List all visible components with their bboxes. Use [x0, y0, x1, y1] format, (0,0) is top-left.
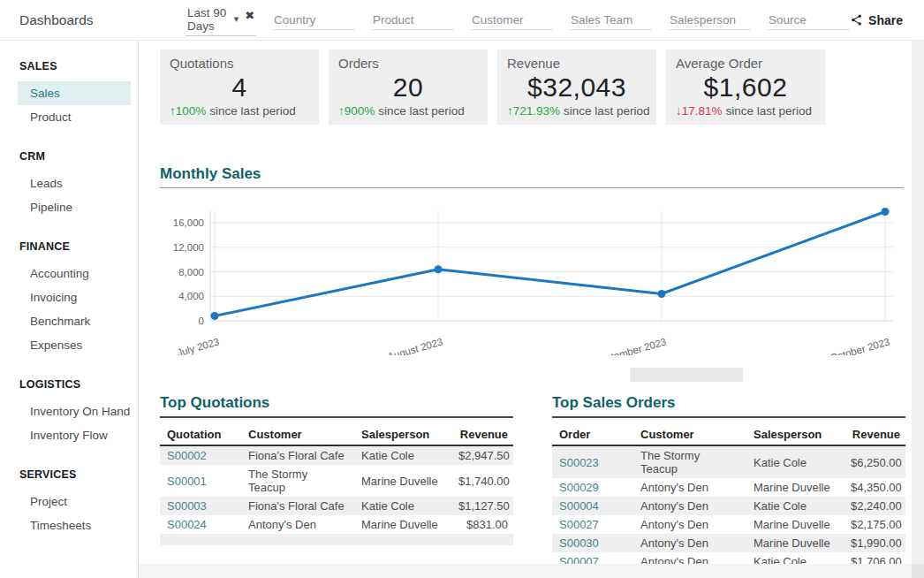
cell: $4,350.00: [844, 478, 905, 497]
kpi-delta-percent: 100%: [176, 104, 207, 118]
column-header-salesperson: Salesperson: [354, 425, 451, 445]
share-button[interactable]: Share: [850, 13, 903, 27]
kpi-delta-caption: since last period: [209, 104, 296, 118]
kpi-row: Quotations4↑100%since last periodOrders2…: [160, 49, 912, 125]
top-quotations-table: Top QuotationsQuotationCustomerSalespers…: [160, 394, 513, 571]
cell: Marine Duvelle: [746, 534, 844, 552]
column-header-revenue: Revenue: [451, 425, 513, 445]
sidebar-section-sales: SALESSalesProduct: [0, 57, 138, 129]
cell: Marine Duvelle: [746, 478, 844, 497]
sidebar-section-label: CRM: [19, 147, 131, 166]
kpi-delta-percent: 17.81%: [682, 104, 723, 118]
y-tick-label: 4,000: [178, 291, 204, 301]
monthly-sales-section: Monthly Sales 04,0008,00012,00016,000Jul…: [160, 165, 904, 382]
top-bar: Dashboards Last 90 Days ▾ ✖ Share: [0, 0, 924, 41]
table-row: S00004Antony's DenKatie Cole$2,240.00: [552, 497, 905, 515]
top-sales-orders-table: Top Sales OrdersOrderCustomerSalesperson…: [552, 394, 905, 571]
dashboard-content: Quotations4↑100%since last periodOrders2…: [139, 41, 912, 578]
sidebar-item-benchmark[interactable]: Benchmark: [18, 309, 131, 333]
period-filter[interactable]: Last 90 Days ▾ ✖: [186, 4, 256, 36]
filter-input-customer[interactable]: [470, 11, 553, 30]
sidebar-item-leads[interactable]: Leads: [18, 171, 131, 195]
cell: Antony's Den: [633, 478, 746, 497]
kpi-card-quotations: Quotations4↑100%since last period: [160, 49, 319, 125]
sidebar-section-finance: FINANCEAccountingInvoicingBenchmarkExpen…: [0, 237, 138, 357]
chevron-down-icon: ▾: [234, 13, 239, 25]
x-tick-label: July 2023: [176, 336, 221, 355]
record-link[interactable]: S00030: [552, 534, 633, 552]
arrow-up-icon: ↑: [507, 104, 513, 118]
cell: Marine Duvelle: [354, 465, 451, 497]
data-point: [882, 208, 890, 216]
record-link[interactable]: S00003: [160, 497, 241, 515]
cell: Katie Cole: [354, 445, 451, 465]
cell: $831.00: [451, 515, 513, 534]
sidebar-item-product[interactable]: Product: [18, 105, 131, 129]
chart-scrollbar-thumb[interactable]: [630, 368, 743, 382]
sidebar-item-inventory-on-hand[interactable]: Inventory On Hand: [18, 399, 131, 423]
filter-input-salesperson[interactable]: [668, 11, 751, 30]
x-tick-label: October 2023: [829, 336, 890, 355]
kpi-label: Revenue: [507, 56, 647, 71]
cell: $1,990.00: [844, 534, 905, 552]
clear-filter-icon[interactable]: ✖: [245, 9, 254, 22]
cell: $2,175.00: [844, 515, 905, 534]
sidebar-item-accounting[interactable]: Accounting: [18, 262, 131, 285]
sidebar-section-services: SERVICESProjectTimesheets: [0, 465, 138, 537]
cell: Antony's Den: [633, 534, 746, 552]
cell: Antony's Den: [241, 515, 354, 534]
kpi-delta: ↓17.81%since last period: [676, 104, 815, 118]
cell: Marine Duvelle: [354, 515, 451, 534]
arrow-up-icon: ↑: [170, 104, 176, 118]
record-link[interactable]: S00029: [552, 478, 633, 497]
cell: $6,250.00: [844, 445, 905, 478]
sidebar-item-expenses[interactable]: Expenses: [18, 333, 131, 357]
filter-input-product[interactable]: [371, 11, 454, 30]
record-link[interactable]: S00004: [552, 497, 633, 515]
vertical-scrollbar[interactable]: [912, 41, 924, 564]
kpi-delta-percent: 721.93%: [513, 104, 560, 118]
kpi-card-orders: Orders20↑900%since last period: [329, 49, 488, 125]
table-row: S00001The Stormy TeacupMarine Duvelle$1,…: [160, 465, 513, 497]
column-header-customer: Customer: [633, 425, 746, 445]
monthly-sales-title: Monthly Sales: [160, 165, 904, 188]
record-link[interactable]: S00024: [160, 515, 241, 534]
filter-bar: Last 90 Days ▾ ✖: [186, 4, 850, 36]
column-header-revenue: Revenue: [844, 425, 905, 445]
column-header-customer: Customer: [241, 425, 354, 445]
sidebar-section-label: FINANCE: [19, 237, 131, 256]
table-row: S00030Antony's DenMarine Duvelle$1,990.0…: [552, 534, 905, 552]
filter-input-country[interactable]: [272, 11, 355, 30]
table-row: S00003Fiona's Floral CafeKatie Cole$1,12…: [160, 497, 513, 515]
record-link[interactable]: S00027: [552, 515, 633, 534]
cell: Marine Duvelle: [746, 515, 844, 534]
monthly-sales-chart[interactable]: 04,0008,00012,00016,000July 2023August 2…: [160, 203, 904, 359]
record-link[interactable]: S00001: [160, 465, 241, 497]
period-filter-value: Last 90 Days: [187, 6, 230, 33]
cell: Fiona's Floral Cafe: [241, 445, 354, 465]
sidebar-item-project[interactable]: Project: [18, 490, 131, 513]
sidebar-item-sales[interactable]: Sales: [18, 81, 131, 105]
table-row: S00002Fiona's Floral CafeKatie Cole$2,94…: [160, 445, 513, 465]
kpi-delta-percent: 900%: [345, 104, 375, 118]
kpi-delta-caption: since last period: [564, 104, 650, 118]
kpi-delta-caption: since last period: [726, 104, 813, 118]
kpi-label: Orders: [338, 56, 478, 71]
filter-input-sales-team[interactable]: [569, 11, 652, 30]
record-link[interactable]: S00002: [160, 445, 241, 465]
sidebar-item-inventory-flow[interactable]: Inventory Flow: [18, 423, 131, 447]
cell: Fiona's Floral Cafe: [241, 497, 354, 515]
horizontal-scrollbar[interactable]: [139, 564, 912, 578]
sidebar-item-pipeline[interactable]: Pipeline: [18, 195, 131, 219]
kpi-delta: ↑100%since last period: [170, 104, 309, 118]
column-header-order: Order: [552, 425, 633, 445]
filter-input-source[interactable]: [767, 11, 850, 30]
record-link[interactable]: S00023: [552, 445, 633, 478]
cell: $1,127.50: [451, 497, 513, 515]
sidebar-item-timesheets[interactable]: Timesheets: [18, 513, 131, 537]
sidebar-item-invoicing[interactable]: Invoicing: [18, 285, 131, 309]
arrow-down-icon: ↓: [676, 104, 682, 118]
kpi-delta: ↑900%since last period: [338, 104, 478, 118]
filter-inputs: [272, 11, 850, 30]
data-point: [211, 312, 219, 320]
